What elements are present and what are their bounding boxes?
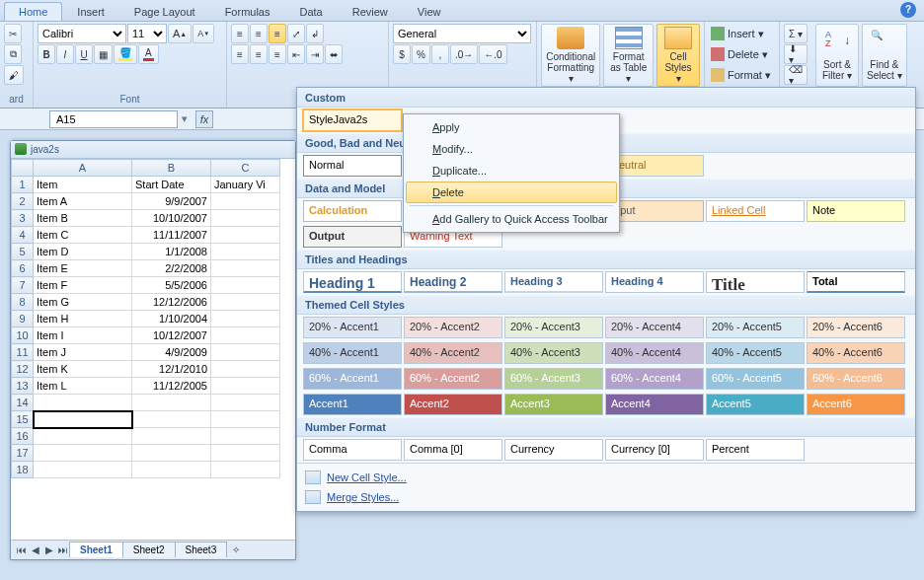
style-swatch[interactable]: 20% - Accent1	[303, 317, 402, 338]
style-swatch[interactable]: Percent	[706, 439, 805, 461]
cut-button[interactable]: ✂	[4, 24, 22, 43]
cell-styles-button[interactable]: CellStyles ▾	[656, 24, 700, 87]
style-swatch[interactable]: 60% - Accent2	[404, 368, 502, 390]
style-swatch[interactable]: 40% - Accent4	[605, 342, 704, 364]
row-header[interactable]: 4	[12, 227, 34, 244]
cell[interactable]: 1/1/2008	[132, 244, 211, 260]
first-sheet-button[interactable]: ⏮	[15, 544, 29, 557]
cell[interactable]	[132, 395, 211, 411]
cell[interactable]: Item A	[34, 193, 132, 210]
shrink-font-button[interactable]: A▼	[192, 24, 214, 43]
cell[interactable]: 4/9/2009	[132, 344, 211, 361]
cell[interactable]: Item	[34, 177, 132, 193]
cell[interactable]	[34, 395, 132, 411]
clear-button[interactable]: ⌫ ▾	[784, 65, 808, 85]
cell[interactable]	[211, 428, 280, 445]
style-swatch[interactable]: Heading 4	[605, 271, 704, 293]
cell[interactable]	[211, 327, 280, 344]
style-swatch[interactable]: Comma	[303, 439, 402, 461]
cell[interactable]	[211, 311, 280, 327]
cell[interactable]: Item H	[34, 311, 132, 327]
number-format-combo[interactable]: General	[393, 24, 531, 43]
align-right-button[interactable]: ≡	[269, 44, 286, 64]
cell[interactable]: 10/12/2007	[132, 327, 211, 344]
tab-review[interactable]: Review	[338, 2, 403, 21]
style-swatch[interactable]: 40% - Accent6	[807, 342, 905, 364]
wrap-text-button[interactable]: ↲	[306, 24, 324, 43]
cell[interactable]: Item D	[34, 244, 132, 260]
cell[interactable]: Item B	[34, 210, 132, 227]
align-center-button[interactable]: ≡	[250, 44, 268, 64]
grow-font-button[interactable]: A▲	[168, 24, 192, 43]
row-header[interactable]: 5	[12, 244, 34, 260]
column-header[interactable]: C	[211, 160, 280, 177]
style-swatch[interactable]: 60% - Accent6	[807, 368, 905, 390]
align-middle-button[interactable]: ≡	[250, 24, 268, 43]
autosum-button[interactable]: Σ ▾	[784, 24, 808, 43]
style-swatch[interactable]: Linked Cell	[706, 200, 805, 222]
style-swatch[interactable]: Accent1	[303, 394, 402, 415]
italic-button[interactable]: I	[56, 44, 74, 64]
style-swatch[interactable]: Accent3	[504, 394, 603, 415]
cell[interactable]: 9/9/2007	[132, 193, 211, 210]
find-select-button[interactable]: 🔍 Find &Select ▾	[862, 24, 907, 87]
decrease-decimal-button[interactable]: ←.0	[479, 44, 506, 64]
tab-insert[interactable]: Insert	[62, 2, 119, 21]
cell[interactable]	[211, 378, 280, 395]
row-header[interactable]: 14	[12, 395, 34, 411]
style-swatch[interactable]: Title	[706, 271, 805, 293]
sort-filter-button[interactable]: A Z ↓ Sort &Filter ▾	[815, 24, 859, 87]
row-header[interactable]: 9	[12, 311, 34, 327]
context-menu-item[interactable]: Add Gallery to Quick Access Toolbar	[406, 208, 617, 230]
style-swatch[interactable]: 40% - Accent1	[303, 342, 402, 364]
context-menu-item[interactable]: Delete	[406, 181, 617, 203]
font-size-combo[interactable]: 11	[127, 24, 167, 43]
cell[interactable]	[132, 445, 211, 462]
column-header[interactable]: A	[34, 160, 132, 177]
style-swatch[interactable]: StyleJava2s	[303, 109, 402, 131]
style-swatch[interactable]: Normal	[303, 155, 402, 177]
font-color-button[interactable]: A	[138, 44, 159, 64]
new-sheet-button[interactable]: ✧	[229, 544, 243, 557]
comma-format-button[interactable]: ,	[431, 44, 449, 64]
cell[interactable]: January Vi	[211, 177, 280, 193]
insert-function-button[interactable]: fx	[195, 110, 213, 128]
cell[interactable]: Item E	[34, 260, 132, 277]
cell[interactable]	[211, 344, 280, 361]
underline-button[interactable]: U	[75, 44, 93, 64]
context-menu-item[interactable]: Modify...	[406, 138, 617, 160]
sheet-tab[interactable]: Sheet2	[122, 542, 176, 557]
row-header[interactable]: 13	[12, 378, 34, 395]
cell[interactable]: Item G	[34, 294, 132, 311]
style-swatch[interactable]: Output	[303, 226, 402, 248]
increase-indent-button[interactable]: ⇥	[306, 44, 324, 64]
style-swatch[interactable]: Accent4	[605, 394, 704, 415]
column-header[interactable]: B	[132, 160, 211, 177]
cell[interactable]	[211, 445, 280, 462]
format-as-table-button[interactable]: Formatas Table ▾	[603, 24, 654, 87]
context-menu-item[interactable]: Apply	[406, 116, 617, 138]
style-swatch[interactable]: Accent5	[706, 394, 805, 415]
cell[interactable]	[34, 462, 132, 478]
cell[interactable]	[34, 411, 132, 428]
format-cells-button[interactable]: Format ▾	[709, 65, 773, 85]
cell[interactable]: 11/12/2005	[132, 378, 211, 395]
style-swatch[interactable]: Neutral	[605, 155, 704, 177]
copy-button[interactable]: ⧉	[4, 44, 22, 64]
cell[interactable]: Item I	[34, 327, 132, 344]
style-swatch[interactable]: 60% - Accent1	[303, 368, 402, 390]
row-header[interactable]: 15	[12, 411, 34, 428]
style-swatch[interactable]: 60% - Accent5	[706, 368, 805, 390]
row-header[interactable]: 12	[12, 361, 34, 378]
tab-data[interactable]: Data	[284, 2, 337, 21]
style-swatch[interactable]: 20% - Accent6	[807, 317, 905, 338]
style-swatch[interactable]: 40% - Accent3	[504, 342, 603, 364]
row-header[interactable]: 16	[12, 428, 34, 445]
name-box[interactable]: A15	[49, 110, 178, 128]
align-top-button[interactable]: ≡	[231, 24, 249, 43]
cell[interactable]	[211, 462, 280, 478]
style-swatch[interactable]: Calculation	[303, 200, 402, 222]
cell[interactable]	[211, 193, 280, 210]
help-icon[interactable]: ?	[900, 2, 916, 18]
row-header[interactable]: 6	[12, 260, 34, 277]
